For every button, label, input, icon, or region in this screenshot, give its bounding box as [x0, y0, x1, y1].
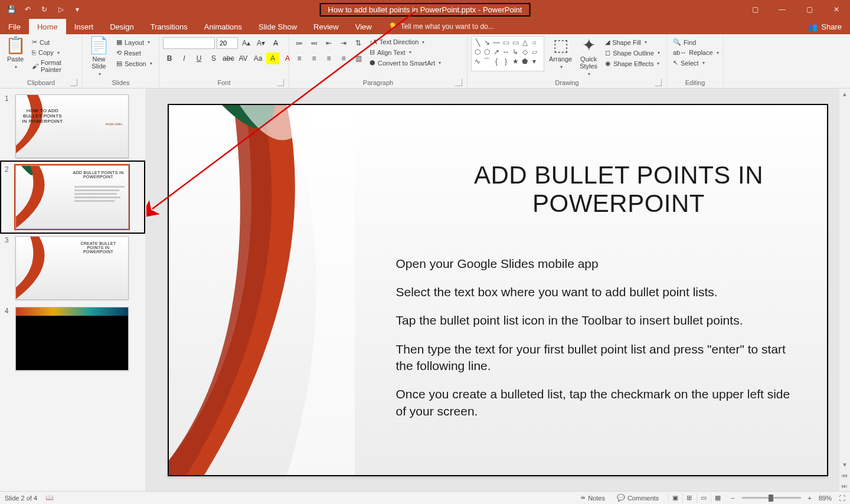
- shape-outline-button[interactable]: ◻Shape Outline▾: [603, 48, 662, 58]
- notes-button[interactable]: ≐Notes: [578, 493, 607, 503]
- qat-more-icon[interactable]: ▾: [71, 3, 84, 16]
- undo-icon[interactable]: ↶: [21, 3, 34, 16]
- shapes-gallery[interactable]: ╲↘—▭▭△○ ⬡⬠↗↔↳◇▱ ∿⌒{}★⬟▾: [471, 36, 544, 71]
- slide-thumbnails-panel[interactable]: 1 HOW TO ADD BULLET POINTS IN POWERPOINT…: [0, 89, 145, 491]
- slide-thumbnail-2[interactable]: ADD BULLET POINTS IN POWERPOINT: [15, 165, 129, 229]
- bullets-icon[interactable]: ≔: [293, 37, 306, 49]
- font-launcher-icon[interactable]: [277, 79, 284, 86]
- tab-design[interactable]: Design: [102, 19, 142, 34]
- slide-editor[interactable]: ADD BULLET POINTS IN POWERPOINT Open you…: [145, 89, 850, 491]
- next-slide-icon[interactable]: ⏭: [839, 480, 850, 491]
- title-bar: 💾 ↶ ↻ ▷ ▾ How to add bullet points in Po…: [0, 0, 850, 19]
- text-direction-button[interactable]: ↕AText Direction▾: [367, 37, 443, 47]
- select-button[interactable]: ↖Select▾: [671, 58, 721, 68]
- arrange-button[interactable]: ⬚Arrange▾: [547, 36, 574, 71]
- shape-effects-button[interactable]: ◉Shape Effects▾: [603, 58, 662, 68]
- vertical-scrollbar[interactable]: ▲ ▼ ⏮ ⏭: [839, 89, 850, 491]
- clear-format-icon[interactable]: A̶: [269, 37, 282, 49]
- prev-slide-icon[interactable]: ⏮: [839, 470, 850, 480]
- tab-review[interactable]: Review: [305, 19, 347, 34]
- slide-line[interactable]: Once you create a bulleted list, tap the…: [396, 386, 797, 420]
- paragraph-launcher-icon[interactable]: [455, 79, 462, 86]
- normal-view-icon[interactable]: ▣: [668, 493, 681, 503]
- zoom-value[interactable]: 89%: [819, 495, 832, 502]
- bold-icon[interactable]: B: [163, 53, 176, 64]
- shape-fill-button[interactable]: ◢Shape Fill▾: [603, 37, 662, 47]
- slide-line[interactable]: Tap the bullet point list icon in the To…: [396, 312, 797, 329]
- spacing-icon[interactable]: AV: [237, 53, 250, 64]
- tab-slideshow[interactable]: Slide Show: [250, 19, 305, 34]
- slide-line[interactable]: Open your Google Slides mobile app: [396, 256, 797, 272]
- tab-home[interactable]: Home: [29, 19, 66, 34]
- replace-button[interactable]: ab↔Replace▾: [671, 48, 721, 57]
- font-name-input[interactable]: [163, 37, 215, 49]
- slide-thumbnail-3[interactable]: CREATE BULLET POINTS IN POWERPOINT: [15, 236, 129, 300]
- redo-icon[interactable]: ↻: [38, 3, 51, 16]
- fit-window-icon[interactable]: ⛶: [839, 495, 845, 502]
- columns-icon[interactable]: ▥: [352, 53, 365, 64]
- case-icon[interactable]: Aa: [251, 53, 264, 64]
- slide-thumbnail-4[interactable]: [15, 307, 129, 371]
- align-left-icon[interactable]: ≡: [293, 53, 306, 64]
- increase-indent-icon[interactable]: ⇥: [337, 37, 350, 49]
- slide-thumbnail-1[interactable]: HOW TO ADD BULLET POINTS IN POWERPOINT s…: [15, 94, 129, 158]
- reading-view-icon[interactable]: ▭: [697, 493, 710, 503]
- align-center-icon[interactable]: ≡: [308, 53, 321, 64]
- grow-font-icon[interactable]: A▴: [240, 37, 253, 49]
- slideshow-view-icon[interactable]: ▦: [711, 493, 724, 503]
- tell-me-search[interactable]: 💡 Tell me what you want to do...: [380, 19, 494, 34]
- underline-icon[interactable]: U: [192, 53, 205, 64]
- paste-button[interactable]: 📋 Paste ▾: [4, 36, 27, 71]
- quick-styles-button[interactable]: ✦Quick Styles▾: [577, 36, 600, 78]
- zoom-in-icon[interactable]: +: [808, 495, 812, 502]
- save-icon[interactable]: 💾: [5, 3, 18, 16]
- highlight-icon[interactable]: A: [266, 53, 279, 64]
- align-text-button[interactable]: ⊟Align Text▾: [367, 47, 443, 57]
- tab-transitions[interactable]: Transitions: [142, 19, 196, 34]
- justify-icon[interactable]: ≡: [337, 53, 350, 64]
- italic-icon[interactable]: I: [178, 53, 191, 64]
- shrink-font-icon[interactable]: A▾: [254, 37, 267, 49]
- find-button[interactable]: 🔍Find: [671, 37, 721, 47]
- font-size-input[interactable]: [217, 37, 238, 49]
- scroll-up-icon[interactable]: ▲: [839, 89, 850, 99]
- tab-file[interactable]: File: [0, 19, 29, 34]
- section-button[interactable]: ▤Section▾: [114, 58, 155, 68]
- slide-body[interactable]: Open your Google Slides mobile app Selec…: [396, 256, 797, 420]
- shadow-icon[interactable]: S: [207, 53, 220, 64]
- maximize-icon[interactable]: ▢: [796, 0, 823, 19]
- close-icon[interactable]: ✕: [823, 0, 850, 19]
- reset-button[interactable]: ⟲Reset: [114, 48, 155, 58]
- tab-view[interactable]: View: [347, 19, 380, 34]
- zoom-slider[interactable]: [742, 497, 801, 499]
- cut-button[interactable]: ✂Cut: [30, 37, 79, 47]
- new-slide-button[interactable]: 📄 New Slide ▾: [86, 36, 112, 78]
- format-painter-button[interactable]: 🖌Format Painter: [30, 58, 79, 74]
- ribbon-options-icon[interactable]: ▢: [741, 0, 769, 19]
- share-button[interactable]: 👥 Share: [800, 19, 850, 34]
- tab-animations[interactable]: Animations: [196, 19, 250, 34]
- scroll-down-icon[interactable]: ▼: [839, 459, 850, 470]
- slide-canvas[interactable]: ADD BULLET POINTS IN POWERPOINT Open you…: [168, 104, 828, 476]
- smartart-button[interactable]: ⬢Convert to SmartArt▾: [367, 58, 443, 68]
- copy-button[interactable]: ⎘Copy▾: [30, 48, 79, 57]
- sorter-view-icon[interactable]: ⊞: [682, 493, 695, 503]
- spellcheck-icon[interactable]: 📖: [45, 494, 54, 502]
- tab-insert[interactable]: Insert: [66, 19, 102, 34]
- line-spacing-icon[interactable]: ⇅: [352, 37, 365, 49]
- comments-button[interactable]: 💬Comments: [614, 493, 661, 503]
- decrease-indent-icon[interactable]: ⇤: [322, 37, 335, 49]
- strike-icon[interactable]: abc: [222, 53, 235, 64]
- clipboard-launcher-icon[interactable]: [70, 79, 77, 86]
- layout-button[interactable]: ▦Layout▾: [114, 37, 155, 47]
- numbering-icon[interactable]: ≕: [308, 37, 321, 49]
- start-slideshow-icon[interactable]: ▷: [54, 3, 67, 16]
- minimize-icon[interactable]: —: [769, 0, 796, 19]
- slide-line[interactable]: Then type the text for your first bullet…: [396, 341, 797, 375]
- slide-title[interactable]: ADD BULLET POINTS IN POWERPOINT: [446, 161, 792, 218]
- slide-line[interactable]: Select the text box where you want to ad…: [396, 284, 797, 300]
- group-slides: 📄 New Slide ▾ ▦Layout▾ ⟲Reset ▤Section▾ …: [83, 34, 159, 88]
- align-right-icon[interactable]: ≡: [322, 53, 335, 64]
- zoom-out-icon[interactable]: −: [731, 495, 734, 502]
- drawing-launcher-icon[interactable]: [655, 79, 662, 86]
